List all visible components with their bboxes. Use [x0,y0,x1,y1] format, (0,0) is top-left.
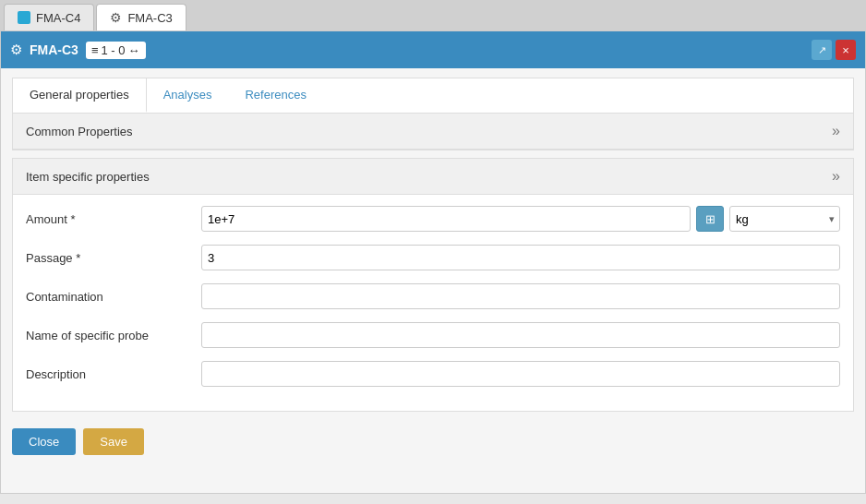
description-label: Description [26,367,192,381]
expand-button[interactable]: ↗ [812,40,832,60]
unit-select[interactable]: kg g mg t [729,206,840,232]
tab-fma-c4[interactable]: FMA-C4 [4,4,94,30]
item-specific-panel: Item specific properties » Amount * ⊞ kg [12,158,854,412]
tab-fma-c4-icon [18,11,30,24]
window-header-left: ⚙ FMA-C3 ≡ 1 - 0 ↔ [10,42,146,59]
common-properties-panel: Common Properties » [12,113,854,150]
common-properties-header[interactable]: Common Properties » [13,114,853,150]
specific-probe-label: Name of specific probe [26,329,192,342]
tab-analyses[interactable]: Analyses [147,78,229,113]
tab-fma-c3[interactable]: ⚙ FMA-C3 [96,4,186,30]
calculator-button[interactable]: ⊞ [696,206,724,232]
window-controls: ↗ × [812,40,856,60]
close-button[interactable]: Close [12,428,76,455]
badge-value: 1 - 0 [101,43,125,57]
item-specific-header[interactable]: Item specific properties » [13,159,853,195]
amount-row: Amount * ⊞ kg g mg t [26,206,840,232]
contamination-row: Contamination [26,283,840,309]
contamination-input[interactable] [201,283,840,309]
tab-fma-c3-icon: ⚙ [110,10,122,25]
contamination-label: Contamination [26,290,192,304]
tab-fma-c3-label: FMA-C3 [127,11,172,25]
bottom-buttons: Close Save [12,419,854,459]
list-icon: ≡ [91,43,99,57]
close-window-button[interactable]: × [836,40,856,60]
passage-label: Passage * [26,251,192,265]
amount-input-group: ⊞ kg g mg t [201,206,840,232]
amount-label: Amount * [26,212,192,226]
close-icon: × [842,43,849,57]
passage-row: Passage * [26,245,840,270]
unit-select-wrapper: kg g mg t [729,206,840,232]
passage-input[interactable] [201,245,840,270]
arrows-icon: ↔ [128,43,140,57]
specific-probe-row: Name of specific probe [26,322,840,348]
description-row: Description [26,361,840,387]
amount-input[interactable] [201,206,691,232]
item-specific-chevron: » [832,168,840,185]
property-tabs: General properties Analyses References [12,78,854,113]
window-badge: ≡ 1 - 0 ↔ [86,42,146,59]
item-specific-form: Amount * ⊞ kg g mg t [13,195,853,411]
specific-probe-input[interactable] [201,322,840,348]
calculator-icon: ⊞ [705,212,716,226]
gear-icon: ⚙ [10,42,22,58]
save-button[interactable]: Save [83,428,144,455]
tab-general-properties[interactable]: General properties [13,78,147,113]
browser-tab-bar: FMA-C4 ⚙ FMA-C3 [0,0,866,30]
common-properties-chevron: » [832,123,840,139]
common-properties-title: Common Properties [26,125,133,138]
window-title: FMA-C3 [30,42,78,57]
main-window: ⚙ FMA-C3 ≡ 1 - 0 ↔ ↗ × General propertie… [0,30,866,494]
tab-fma-c4-label: FMA-C4 [36,11,80,25]
content-area: General properties Analyses References C… [1,68,865,493]
expand-icon: ↗ [818,44,826,56]
item-specific-title: Item specific properties [26,170,150,184]
window-header: ⚙ FMA-C3 ≡ 1 - 0 ↔ ↗ × [1,31,865,68]
tab-references[interactable]: References [228,78,322,113]
description-input[interactable] [201,361,840,387]
